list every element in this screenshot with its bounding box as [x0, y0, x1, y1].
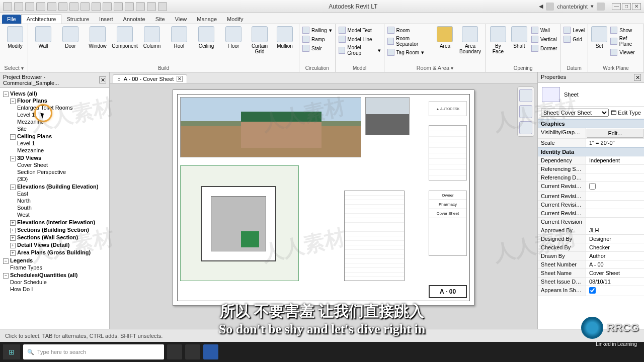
edit-vis-button[interactable]: Edit... — [587, 129, 643, 138]
tree-item[interactable]: North — [17, 197, 108, 204]
qat-measure-icon[interactable] — [69, 2, 78, 11]
prop-row[interactable]: Current Revisio... — [538, 209, 644, 218]
level-button[interactable]: Level — [564, 26, 585, 34]
area-boundary-button[interactable]: Area Boundary — [458, 26, 482, 54]
tree-item[interactable]: Site — [17, 125, 108, 132]
wall-button[interactable]: Wall — [31, 26, 55, 49]
taskbar-revit-icon[interactable] — [203, 344, 218, 359]
nav-zoom-icon[interactable] — [519, 121, 532, 134]
window-button[interactable]: Window — [86, 26, 110, 49]
qat-switch-icon[interactable] — [158, 2, 167, 11]
prop-row[interactable]: Checked ByChecker — [538, 243, 644, 252]
user-icon[interactable] — [546, 3, 554, 11]
opening-wall-button[interactable]: Wall — [531, 26, 557, 34]
railing-button[interactable]: Railing ▾ — [302, 26, 332, 34]
tree-item[interactable]: How Do I — [10, 286, 108, 293]
tree-item[interactable]: West — [17, 211, 108, 218]
qat-app-icon[interactable] — [3, 2, 12, 11]
start-button[interactable]: ⊞ — [3, 344, 20, 359]
tree-elev-building[interactable]: −Elevations (Building Elevation) East No… — [10, 183, 108, 219]
drawing-canvas[interactable]: ▲ AUTODESK Owner Pharmacy Cover Sheet A … — [110, 83, 537, 329]
close-button[interactable]: ✕ — [632, 3, 641, 10]
opening-dormer-button[interactable]: Dormer — [531, 44, 557, 52]
ref-plane-button[interactable]: Ref Plane — [610, 35, 640, 47]
tree-item[interactable]: East — [17, 190, 108, 197]
prop-row[interactable]: Sheet NumberA - 00 — [538, 260, 644, 269]
qat-open-icon[interactable] — [14, 2, 23, 11]
tree-elev-interior[interactable]: +Elevations (Interior Elevation) — [10, 219, 108, 226]
edit-type-button[interactable]: 🗔Edit Type — [611, 110, 641, 116]
prop-row[interactable]: Scale1" = 20'-0" — [538, 139, 644, 147]
column-button[interactable]: Column — [140, 26, 164, 49]
tree-detail-views[interactable]: +Detail Views (Detail) — [10, 241, 108, 249]
prop-row[interactable]: Designed ByDesigner — [538, 235, 644, 243]
modify-button[interactable]: Modify — [3, 26, 27, 49]
properties-grid[interactable]: Graphics Visibility/Graphi...Edit... Sca… — [538, 119, 644, 329]
curtain-grid-button[interactable]: Curtain Grid — [249, 26, 271, 54]
menu-file[interactable]: File — [2, 15, 21, 24]
tree-item[interactable]: Mezzanine — [17, 118, 108, 125]
menu-insert[interactable]: Insert — [94, 15, 118, 24]
qat-3d-icon[interactable] — [114, 2, 123, 11]
document-tab-close-icon[interactable]: ✕ — [177, 76, 183, 82]
menu-architecture[interactable]: Architecture — [21, 14, 62, 24]
prop-row[interactable]: Sheet Issue Date08/10/11 — [538, 278, 644, 286]
ceiling-button[interactable]: Ceiling — [194, 26, 218, 49]
tree-item[interactable]: {3D} — [17, 175, 108, 183]
room-separator-button[interactable]: Room Separator — [387, 35, 432, 47]
qat-print-icon[interactable] — [58, 2, 67, 11]
tree-item[interactable]: Level 1 — [17, 140, 108, 147]
task-view-icon[interactable] — [167, 344, 182, 359]
taskbar-search[interactable]: 🔍 Type here to search — [23, 344, 164, 359]
tree-item[interactable]: Level 1 — [17, 111, 108, 118]
menu-structure[interactable]: Structure — [61, 15, 94, 24]
prop-row[interactable]: Current Revisio... — [538, 201, 644, 209]
stair-button[interactable]: Stair — [302, 44, 332, 52]
floor-button[interactable]: Floor — [221, 26, 246, 49]
tree-item[interactable]: Enlarged Toilet Rooms — [17, 104, 108, 111]
tree-legends[interactable]: −Legends Frame Types — [3, 257, 108, 272]
user-name[interactable]: chantebright — [557, 4, 588, 10]
prop-row[interactable]: Visibility/Graphi...Edit... — [538, 128, 644, 139]
tree-area-plans[interactable]: +Area Plans (Gross Building) — [10, 249, 108, 256]
model-text-button[interactable]: Model Text — [339, 26, 381, 34]
prop-row[interactable]: Referencing Det... — [538, 173, 644, 182]
nav-pan-icon[interactable] — [519, 105, 532, 118]
model-line-button[interactable]: Model Line — [339, 35, 381, 43]
help-icon[interactable] — [597, 3, 605, 11]
tree-item[interactable]: Section Perspective — [17, 168, 108, 175]
opening-vertical-button[interactable]: Vertical — [531, 35, 557, 43]
qat-save-icon[interactable] — [25, 2, 34, 11]
tree-schedules[interactable]: −Schedules/Quantities (all) Door Schedul… — [3, 272, 108, 293]
prop-row[interactable]: Appears In Shee... — [538, 286, 644, 296]
infocenter-arrow-icon[interactable]: ◀ — [539, 3, 543, 10]
room-button[interactable]: Room — [387, 26, 432, 34]
prop-row[interactable]: Approved ByJLH — [538, 226, 644, 235]
qat-text-icon[interactable] — [103, 2, 112, 11]
tree-item[interactable]: South — [17, 204, 108, 211]
taskbar-app-icon[interactable] — [185, 344, 200, 359]
tree-item[interactable]: Frame Types — [10, 264, 108, 271]
grid-button[interactable]: Grid — [564, 35, 585, 43]
tree-ceiling-plans[interactable]: −Ceiling Plans Level 1 Mezzanine — [10, 133, 108, 154]
qat-tag-icon[interactable] — [92, 2, 101, 11]
prop-row[interactable]: Current Revisio... — [538, 192, 644, 201]
shaft-button[interactable]: Shaft — [510, 26, 528, 49]
show-button[interactable]: Show — [610, 26, 640, 34]
qat-undo-icon[interactable] — [36, 2, 45, 11]
prop-row[interactable]: DependencyIndependent — [538, 156, 644, 165]
component-button[interactable]: Component — [113, 26, 137, 49]
appears-checkbox[interactable] — [589, 287, 596, 294]
qat-section-icon[interactable] — [125, 2, 134, 11]
document-tab[interactable]: ⌂ A - 00 - Cover Sheet ✕ — [113, 74, 187, 83]
area-button[interactable]: Area — [435, 26, 455, 49]
set-button[interactable]: Set — [591, 26, 607, 49]
menu-manage[interactable]: Manage — [192, 15, 222, 24]
prop-row[interactable]: Sheet NameCover Sheet — [538, 269, 644, 278]
menu-view[interactable]: View — [170, 15, 192, 24]
viewer-button[interactable]: Viewer — [610, 48, 640, 56]
minimize-button[interactable]: — — [612, 3, 621, 10]
menu-modify[interactable]: Modify — [222, 15, 248, 24]
menu-annotate[interactable]: Annotate — [118, 15, 150, 24]
tree-floor-plans[interactable]: −Floor Plans Enlarged Toilet Rooms Level… — [10, 97, 108, 133]
